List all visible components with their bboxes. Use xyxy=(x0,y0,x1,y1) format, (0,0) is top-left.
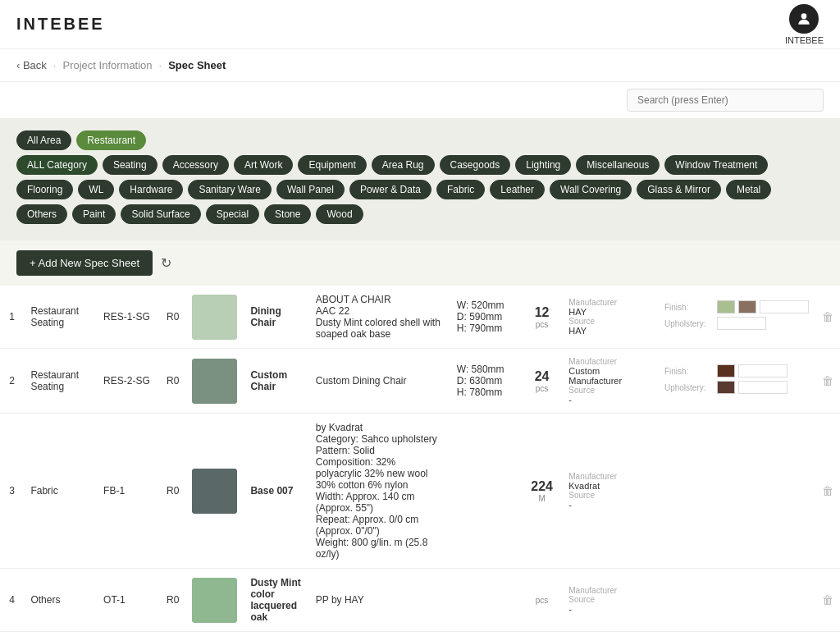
spec-table: 1 RestaurantSeating RES-1-SG R0 Dining C… xyxy=(0,286,840,636)
mfr-label: Manufacturer xyxy=(568,357,651,366)
src-value: - xyxy=(568,604,651,614)
header: INTEBEE INTEBEE xyxy=(0,0,840,49)
cat-tag-power-&-data[interactable]: Power & Data xyxy=(349,180,431,199)
refresh-icon[interactable]: ↻ xyxy=(161,255,171,271)
thumbnail-image xyxy=(192,578,237,623)
row-delete[interactable]: 🗑 xyxy=(815,286,840,349)
mfr-value: Kvadrat xyxy=(568,481,651,491)
row-quantity xyxy=(522,632,562,637)
cat-tag-all-category[interactable]: ALL Category xyxy=(16,155,98,175)
user-menu[interactable]: INTEBEE xyxy=(785,4,824,45)
finish-input[interactable] xyxy=(760,300,809,313)
cat-tag-art-work[interactable]: Art Work xyxy=(234,155,293,175)
row-delete[interactable]: 🗑 xyxy=(815,414,840,569)
area-tag-all-area[interactable]: All Area xyxy=(16,130,71,150)
toolbar: + Add New Spec Sheet ↻ xyxy=(0,240,840,286)
mfr-label: Manufacturer xyxy=(568,298,651,307)
table-row: 5 Wood WD-2 R0 Oak Water based lacquered… xyxy=(0,632,840,637)
row-finish xyxy=(658,414,815,569)
row-manufacturer: Manufacturer HAY Source HAY xyxy=(562,632,658,637)
cat-tag-casegoods[interactable]: Casegoods xyxy=(440,155,511,175)
cat-tag-area-rug[interactable]: Area Rug xyxy=(372,155,435,175)
thumbnail-svg xyxy=(192,295,237,340)
cat-tag-glass-&-mirror[interactable]: Glass & Mirror xyxy=(637,180,721,199)
row-name: Dusty Mint color lacquered oak xyxy=(244,569,308,632)
row-dimensions: W: 580mmD: 630mmH: 780mm xyxy=(450,349,522,414)
cat-tag-wall-panel[interactable]: Wall Panel xyxy=(276,180,345,199)
color-swatch xyxy=(717,300,735,313)
row-number: 5 xyxy=(0,632,24,637)
row-name: Custom Chair xyxy=(244,349,308,414)
cat-tag-wall-covering[interactable]: Wall Covering xyxy=(550,180,632,199)
delete-icon[interactable]: 🗑 xyxy=(822,484,833,497)
qty-unit: pcs xyxy=(528,320,555,329)
delete-icon[interactable]: 🗑 xyxy=(822,310,833,323)
row-r: R0 xyxy=(160,286,185,349)
row-manufacturer: Manufacturer Kvadrat Source - xyxy=(562,414,658,569)
cat-tag-stone[interactable]: Stone xyxy=(264,204,311,224)
cat-tag-others[interactable]: Others xyxy=(16,204,67,224)
row-name: Dining Chair xyxy=(244,286,308,349)
area-tag-restaurant[interactable]: Restaurant xyxy=(76,130,146,150)
cat-tag-paint[interactable]: Paint xyxy=(72,204,116,224)
row-thumbnail xyxy=(185,569,244,632)
thumbnail-image xyxy=(192,359,237,404)
back-button[interactable]: ‹ Back xyxy=(16,59,47,71)
row-quantity: 24 pcs xyxy=(522,349,562,414)
row-description: by KvadratCategory: Sahco upholsteryPatt… xyxy=(309,414,450,569)
cat-tag-wl[interactable]: WL xyxy=(78,180,114,199)
row-number: 1 xyxy=(0,286,24,349)
qty-unit: M xyxy=(528,494,555,503)
row-finish: Finish:Upholstery: xyxy=(658,286,815,349)
cat-tag-fabric[interactable]: Fabric xyxy=(436,180,485,199)
upholstery-label: Upholstery: xyxy=(664,319,714,328)
cat-tag-equipment[interactable]: Equipment xyxy=(298,155,366,175)
row-category: Fabric xyxy=(24,414,97,569)
cat-tag-metal[interactable]: Metal xyxy=(726,180,771,199)
row-finish xyxy=(658,632,815,637)
cat-tag-hardware[interactable]: Hardware xyxy=(119,180,183,199)
cat-tag-sanitary-ware[interactable]: Sanitary Ware xyxy=(188,180,272,199)
cat-tag-window-treatment[interactable]: Window Treatment xyxy=(664,155,768,175)
row-manufacturer: Manufacturer Custom Manufacturer Source … xyxy=(562,349,658,414)
row-delete[interactable]: 🗑 xyxy=(815,569,840,632)
delete-icon[interactable]: 🗑 xyxy=(822,593,833,606)
cat-tag-wood[interactable]: Wood xyxy=(316,204,363,224)
color-swatch xyxy=(717,364,735,377)
cat-tag-leather[interactable]: Leather xyxy=(490,180,545,199)
upholstery-input[interactable] xyxy=(717,317,766,330)
row-quantity: pcs xyxy=(522,569,562,632)
add-spec-sheet-button[interactable]: + Add New Spec Sheet xyxy=(16,250,153,276)
cat-tag-miscellaneous[interactable]: Miscellaneous xyxy=(576,155,660,175)
row-delete[interactable]: 🗑 xyxy=(815,632,840,637)
row-number: 3 xyxy=(0,414,24,569)
qty-unit: pcs xyxy=(528,596,555,605)
search-input[interactable] xyxy=(627,89,824,112)
row-r: R0 xyxy=(160,349,185,414)
cat-tag-seating[interactable]: Seating xyxy=(103,155,158,175)
breadcrumb-project-info[interactable]: Project Information xyxy=(62,59,152,71)
thumbnail-svg xyxy=(192,359,237,404)
row-r: R0 xyxy=(160,632,185,637)
svg-point-0 xyxy=(801,13,807,19)
row-category: RestaurantSeating xyxy=(24,286,97,349)
src-value: - xyxy=(568,395,651,405)
delete-icon[interactable]: 🗑 xyxy=(822,374,833,387)
color-swatch xyxy=(738,300,756,313)
category-filter-row: ALL CategorySeatingAccessoryArt WorkEqui… xyxy=(16,155,824,224)
row-delete[interactable]: 🗑 xyxy=(815,349,840,414)
upholstery-input[interactable] xyxy=(738,381,788,394)
breadcrumb-current: Spec Sheet xyxy=(168,59,226,71)
finish-input[interactable] xyxy=(738,364,788,377)
row-code: RES-1-SG xyxy=(97,286,160,349)
row-code: FB-1 xyxy=(97,414,160,569)
row-code: RES-2-SG xyxy=(97,349,160,414)
cat-tag-flooring[interactable]: Flooring xyxy=(16,180,73,199)
cat-tag-special[interactable]: Special xyxy=(206,204,259,224)
src-value: - xyxy=(568,500,651,510)
table-row: 3 Fabric FB-1 R0 Base 007 by KvadratCate… xyxy=(0,414,840,569)
cat-tag-accessory[interactable]: Accessory xyxy=(162,155,229,175)
cat-tag-solid-surface[interactable]: Solid Surface xyxy=(121,204,200,224)
cat-tag-lighting[interactable]: Lighting xyxy=(515,155,571,175)
row-manufacturer: Manufacturer Source - xyxy=(562,569,658,632)
